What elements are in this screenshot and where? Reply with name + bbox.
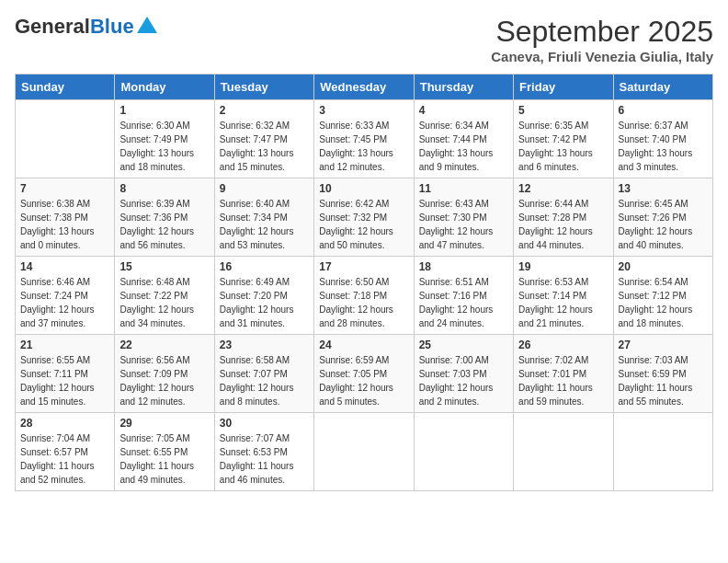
day-number: 22 bbox=[119, 339, 209, 351]
day-header-monday: Monday bbox=[115, 75, 214, 100]
day-number: 3 bbox=[319, 104, 408, 117]
day-info: Sunrise: 6:42 AMSunset: 7:32 PMDaylight:… bbox=[319, 197, 408, 252]
day-number: 11 bbox=[419, 182, 508, 195]
day-info: Sunrise: 6:48 AMSunset: 7:22 PMDaylight:… bbox=[119, 275, 209, 330]
day-info: Sunrise: 6:37 AMSunset: 7:40 PMDaylight:… bbox=[619, 119, 708, 174]
calendar-cell: 4Sunrise: 6:34 AMSunset: 7:44 PMDaylight… bbox=[414, 100, 513, 178]
day-info: Sunrise: 6:53 AMSunset: 7:14 PMDaylight:… bbox=[518, 275, 608, 330]
svg-marker-0 bbox=[137, 17, 157, 33]
calendar-week-row: 28Sunrise: 7:04 AMSunset: 6:57 PMDayligh… bbox=[16, 413, 713, 491]
calendar-cell: 16Sunrise: 6:49 AMSunset: 7:20 PMDayligh… bbox=[214, 257, 313, 335]
day-number: 10 bbox=[319, 182, 408, 195]
calendar-cell: 15Sunrise: 6:48 AMSunset: 7:22 PMDayligh… bbox=[115, 257, 214, 335]
day-info: Sunrise: 6:44 AMSunset: 7:28 PMDaylight:… bbox=[518, 197, 608, 252]
calendar-cell bbox=[514, 413, 613, 491]
day-info: Sunrise: 6:39 AMSunset: 7:36 PMDaylight:… bbox=[119, 197, 209, 252]
day-number: 29 bbox=[119, 417, 209, 430]
calendar-cell: 22Sunrise: 6:56 AMSunset: 7:09 PMDayligh… bbox=[115, 335, 214, 413]
calendar-cell: 12Sunrise: 6:44 AMSunset: 7:28 PMDayligh… bbox=[514, 178, 613, 257]
day-info: Sunrise: 6:49 AMSunset: 7:20 PMDaylight:… bbox=[220, 275, 309, 330]
day-number: 15 bbox=[119, 260, 209, 273]
day-info: Sunrise: 6:46 AMSunset: 7:24 PMDaylight:… bbox=[20, 275, 109, 330]
day-number: 20 bbox=[619, 260, 708, 273]
calendar-week-row: 7Sunrise: 6:38 AMSunset: 7:38 PMDaylight… bbox=[16, 178, 713, 257]
day-header-friday: Friday bbox=[514, 75, 613, 100]
day-number: 25 bbox=[419, 339, 508, 351]
calendar-cell: 11Sunrise: 6:43 AMSunset: 7:30 PMDayligh… bbox=[414, 178, 513, 257]
day-info: Sunrise: 7:04 AMSunset: 6:57 PMDaylight:… bbox=[20, 431, 109, 487]
day-header-wednesday: Wednesday bbox=[314, 75, 414, 100]
calendar-cell: 18Sunrise: 6:51 AMSunset: 7:16 PMDayligh… bbox=[414, 257, 513, 335]
calendar-header-row: SundayMondayTuesdayWednesdayThursdayFrid… bbox=[16, 75, 713, 100]
day-info: Sunrise: 6:54 AMSunset: 7:12 PMDaylight:… bbox=[619, 275, 708, 330]
day-info: Sunrise: 7:00 AMSunset: 7:03 PMDaylight:… bbox=[419, 353, 508, 408]
day-number: 14 bbox=[20, 260, 109, 273]
calendar-cell: 21Sunrise: 6:55 AMSunset: 7:11 PMDayligh… bbox=[16, 335, 115, 413]
day-info: Sunrise: 6:59 AMSunset: 7:05 PMDaylight:… bbox=[319, 353, 408, 408]
day-info: Sunrise: 7:02 AMSunset: 7:01 PMDaylight:… bbox=[518, 353, 608, 408]
calendar-cell: 30Sunrise: 7:07 AMSunset: 6:53 PMDayligh… bbox=[214, 413, 313, 491]
day-number: 13 bbox=[619, 182, 708, 195]
calendar-cell: 13Sunrise: 6:45 AMSunset: 7:26 PMDayligh… bbox=[613, 178, 712, 257]
day-info: Sunrise: 6:45 AMSunset: 7:26 PMDaylight:… bbox=[619, 197, 708, 252]
day-info: Sunrise: 7:03 AMSunset: 6:59 PMDaylight:… bbox=[619, 353, 708, 408]
day-info: Sunrise: 6:32 AMSunset: 7:47 PMDaylight:… bbox=[220, 119, 309, 174]
day-info: Sunrise: 6:33 AMSunset: 7:45 PMDaylight:… bbox=[319, 119, 408, 174]
calendar-cell: 8Sunrise: 6:39 AMSunset: 7:36 PMDaylight… bbox=[115, 178, 214, 257]
day-number: 18 bbox=[419, 260, 508, 273]
calendar-cell: 10Sunrise: 6:42 AMSunset: 7:32 PMDayligh… bbox=[314, 178, 414, 257]
calendar-cell: 27Sunrise: 7:03 AMSunset: 6:59 PMDayligh… bbox=[613, 335, 712, 413]
calendar-cell: 6Sunrise: 6:37 AMSunset: 7:40 PMDaylight… bbox=[613, 100, 712, 178]
day-header-sunday: Sunday bbox=[16, 75, 115, 100]
calendar-week-row: 21Sunrise: 6:55 AMSunset: 7:11 PMDayligh… bbox=[16, 335, 713, 413]
calendar-cell: 23Sunrise: 6:58 AMSunset: 7:07 PMDayligh… bbox=[214, 335, 313, 413]
day-header-thursday: Thursday bbox=[414, 75, 513, 100]
calendar-cell: 3Sunrise: 6:33 AMSunset: 7:45 PMDaylight… bbox=[314, 100, 414, 178]
day-info: Sunrise: 6:58 AMSunset: 7:07 PMDaylight:… bbox=[220, 353, 309, 408]
day-number: 6 bbox=[619, 104, 708, 117]
page-header: GeneralBlue September 2025 Caneva, Friul… bbox=[15, 15, 713, 64]
calendar-cell: 1Sunrise: 6:30 AMSunset: 7:49 PMDaylight… bbox=[115, 100, 214, 178]
calendar-cell: 25Sunrise: 7:00 AMSunset: 7:03 PMDayligh… bbox=[414, 335, 513, 413]
calendar-table: SundayMondayTuesdayWednesdayThursdayFrid… bbox=[15, 74, 713, 491]
month-title: September 2025 bbox=[491, 15, 713, 49]
day-number: 5 bbox=[518, 104, 608, 117]
day-number: 17 bbox=[319, 260, 408, 273]
calendar-cell: 9Sunrise: 6:40 AMSunset: 7:34 PMDaylight… bbox=[214, 178, 313, 257]
day-info: Sunrise: 7:07 AMSunset: 6:53 PMDaylight:… bbox=[220, 431, 309, 487]
day-header-saturday: Saturday bbox=[613, 75, 712, 100]
day-info: Sunrise: 6:30 AMSunset: 7:49 PMDaylight:… bbox=[119, 119, 209, 174]
day-info: Sunrise: 6:35 AMSunset: 7:42 PMDaylight:… bbox=[518, 119, 608, 174]
day-header-tuesday: Tuesday bbox=[214, 75, 313, 100]
calendar-cell: 2Sunrise: 6:32 AMSunset: 7:47 PMDaylight… bbox=[214, 100, 313, 178]
day-number: 26 bbox=[518, 339, 608, 351]
day-number: 1 bbox=[119, 104, 209, 117]
calendar-cell bbox=[613, 413, 712, 491]
calendar-week-row: 14Sunrise: 6:46 AMSunset: 7:24 PMDayligh… bbox=[16, 257, 713, 335]
day-number: 7 bbox=[20, 182, 109, 195]
day-number: 23 bbox=[220, 339, 309, 351]
calendar-cell: 24Sunrise: 6:59 AMSunset: 7:05 PMDayligh… bbox=[314, 335, 414, 413]
day-number: 27 bbox=[619, 339, 708, 351]
day-number: 4 bbox=[419, 104, 508, 117]
day-number: 21 bbox=[20, 339, 109, 351]
day-number: 8 bbox=[119, 182, 209, 195]
day-info: Sunrise: 6:34 AMSunset: 7:44 PMDaylight:… bbox=[419, 119, 508, 174]
calendar-cell: 7Sunrise: 6:38 AMSunset: 7:38 PMDaylight… bbox=[16, 178, 115, 257]
logo: GeneralBlue bbox=[15, 15, 157, 39]
day-info: Sunrise: 6:40 AMSunset: 7:34 PMDaylight:… bbox=[220, 197, 309, 252]
calendar-cell bbox=[414, 413, 513, 491]
day-info: Sunrise: 6:50 AMSunset: 7:18 PMDaylight:… bbox=[319, 275, 408, 330]
logo-icon bbox=[137, 17, 157, 33]
day-info: Sunrise: 7:05 AMSunset: 6:55 PMDaylight:… bbox=[119, 431, 209, 487]
logo-blue-text: Blue bbox=[90, 15, 134, 39]
day-number: 12 bbox=[518, 182, 608, 195]
calendar-cell bbox=[16, 100, 115, 178]
calendar-cell: 29Sunrise: 7:05 AMSunset: 6:55 PMDayligh… bbox=[115, 413, 214, 491]
location-title: Caneva, Friuli Venezia Giulia, Italy bbox=[491, 49, 713, 64]
day-number: 16 bbox=[220, 260, 309, 273]
day-number: 30 bbox=[220, 417, 309, 430]
day-number: 19 bbox=[518, 260, 608, 273]
day-number: 9 bbox=[220, 182, 309, 195]
title-block: September 2025 Caneva, Friuli Venezia Gi… bbox=[491, 15, 713, 64]
